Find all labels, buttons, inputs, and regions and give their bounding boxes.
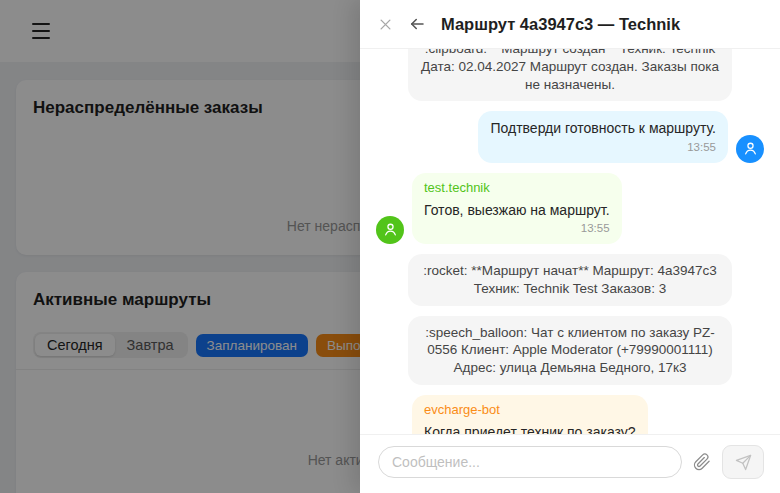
chat-message-system: :speech_balloon: Чат с клиентом по заказ… (376, 316, 764, 385)
message-author: test.technik (424, 181, 610, 196)
chat-message-incoming: evcharge-botКогда приедет техник по зака… (376, 395, 764, 434)
chat-message-incoming: test.technikГотов, выезжаю на маршрут.13… (376, 173, 764, 244)
chat-message-system: :rocket: **Маршрут начат** Маршрут: 4a39… (376, 254, 764, 306)
send-button[interactable] (722, 445, 764, 479)
message-composer (360, 434, 780, 493)
message-bubble: evcharge-botКогда приедет техник по зака… (412, 395, 648, 434)
user-avatar-icon (736, 135, 764, 163)
close-icon[interactable] (378, 17, 393, 32)
message-bubble: :clipboard: **Маршрут создан** Техник: T… (408, 49, 732, 101)
app-viewport: Нераспределённые заказы Нет нераспределё… (0, 0, 780, 493)
chat-drawer: Маршрут 4a3947c3 — Technik :clipboard: *… (360, 0, 780, 493)
message-time: 13:55 (424, 222, 610, 236)
message-text: Готов, выезжаю на маршрут. (424, 201, 610, 219)
chat-message-outgoing: Подтверди готовность к маршруту.13:55 (376, 111, 764, 162)
paperclip-icon[interactable] (693, 453, 711, 471)
chat-scroll[interactable]: :clipboard: **Маршрут создан** Техник: T… (360, 49, 780, 434)
message-input[interactable] (378, 446, 682, 478)
message-bubble: :rocket: **Маршрут начат** Маршрут: 4a39… (408, 254, 732, 306)
message-text: Подтверди готовность к маршруту. (490, 119, 716, 137)
chat-message-system: :clipboard: **Маршрут создан** Техник: T… (376, 49, 764, 101)
back-arrow-icon[interactable] (408, 15, 426, 33)
drawer-header: Маршрут 4a3947c3 — Technik (360, 0, 780, 49)
send-plane-icon (735, 454, 752, 471)
message-bubble: test.technikГотов, выезжаю на маршрут.13… (412, 173, 622, 244)
message-bubble: :speech_balloon: Чат с клиентом по заказ… (408, 316, 732, 385)
message-author: evcharge-bot (424, 403, 636, 418)
message-time: 13:55 (490, 141, 716, 155)
drawer-title: Маршрут 4a3947c3 — Technik (441, 15, 680, 34)
user-avatar-icon (376, 216, 404, 244)
message-bubble: Подтверди готовность к маршруту.13:55 (478, 111, 728, 162)
message-text: Когда приедет техник по заказу? (424, 423, 636, 434)
